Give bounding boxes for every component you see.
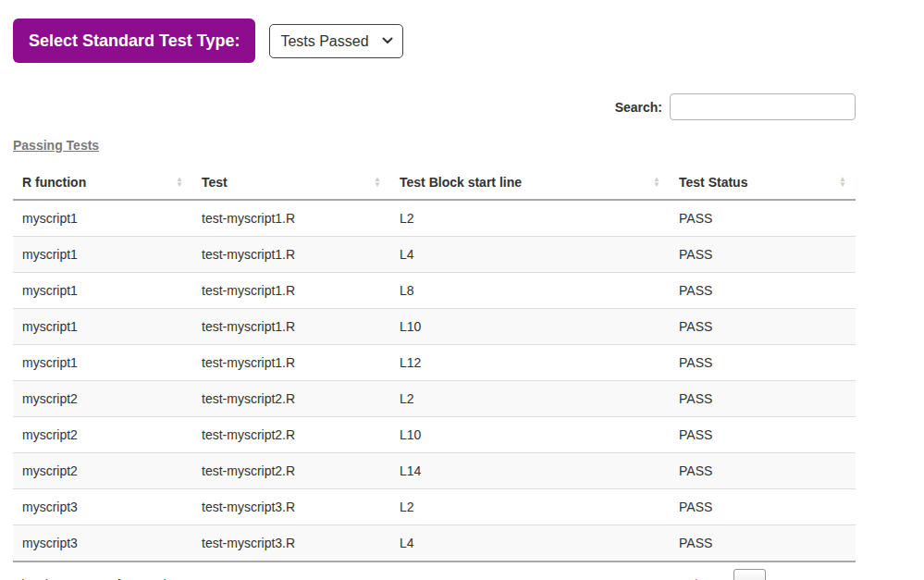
table-row: myscript2 test-myscript2.R L10 PASS (13, 417, 856, 453)
cell-test-status: PASS (670, 417, 856, 453)
cell-test-block-start-line: L4 (390, 525, 670, 562)
column-header-test-status[interactable]: Test Status ▲▼ (670, 166, 856, 200)
cell-r-function: myscript1 (13, 309, 192, 345)
column-header-test[interactable]: Test ▲▼ (192, 166, 390, 200)
table-header: R function ▲▼ Test ▲▼ Test Block start l… (13, 166, 856, 200)
pagination-page-1-button[interactable]: 1 (733, 569, 767, 580)
cell-test-block-start-line: L4 (390, 237, 670, 273)
cell-r-function: myscript1 (13, 345, 192, 381)
cell-test-block-start-line: L12 (390, 345, 670, 381)
column-header-label: R function (22, 175, 86, 190)
table-footer: Showing 1 to 10 of 11 entries Previous 1… (13, 569, 856, 580)
cell-test-block-start-line: L10 (390, 309, 670, 345)
cell-test-status: PASS (670, 200, 856, 237)
table-row: myscript1 test-myscript1.R L12 PASS (13, 345, 856, 381)
column-header-r-function[interactable]: R function ▲▼ (13, 166, 192, 200)
cell-test-status: PASS (670, 525, 856, 562)
table-row: myscript3 test-myscript3.R L4 PASS (13, 525, 856, 562)
cell-r-function: myscript1 (13, 237, 192, 273)
search-label: Search: (615, 100, 662, 115)
cell-test-block-start-line: L2 (390, 489, 670, 525)
column-header-label: Test Status (679, 175, 747, 190)
cell-test-status: PASS (670, 381, 856, 417)
table-row: myscript2 test-myscript2.R L2 PASS (13, 381, 856, 417)
column-header-test-block-start-line[interactable]: Test Block start line ▲▼ (390, 166, 670, 200)
cell-test-block-start-line: L2 (390, 381, 670, 417)
cell-test-status: PASS (670, 309, 856, 345)
cell-test: test-myscript1.R (192, 309, 390, 345)
table-row: myscript2 test-myscript2.R L14 PASS (13, 453, 856, 489)
cell-r-function: myscript2 (13, 453, 192, 489)
cell-test: test-myscript3.R (192, 525, 390, 562)
cell-r-function: myscript1 (13, 200, 192, 237)
cell-test-status: PASS (670, 273, 856, 309)
sort-icon: ▲▼ (839, 177, 846, 188)
column-header-label: Test Block start line (400, 175, 522, 190)
cell-r-function: myscript2 (13, 381, 192, 417)
cell-r-function: myscript2 (13, 417, 192, 453)
search-input[interactable] (670, 93, 856, 120)
table-body: myscript1 test-myscript1.R L2 PASS myscr… (13, 200, 856, 561)
page-container: Select Standard Test Type: Tests Passed … (13, 19, 856, 580)
sort-icon: ▲▼ (374, 177, 381, 188)
cell-test: test-myscript1.R (192, 237, 390, 273)
pagination: Previous 1 2 Next (653, 569, 856, 580)
cell-test: test-myscript1.R (192, 345, 390, 381)
cell-test: test-myscript1.R (192, 273, 390, 309)
cell-test: test-myscript1.R (192, 200, 390, 237)
sort-icon: ▲▼ (176, 177, 183, 188)
test-type-label: Select Standard Test Type: (13, 19, 255, 63)
table-row: myscript1 test-myscript1.R L8 PASS (13, 273, 856, 309)
table-row: myscript1 test-myscript1.R L2 PASS (13, 200, 856, 237)
cell-r-function: myscript3 (13, 489, 192, 525)
cell-test-block-start-line: L8 (390, 273, 670, 309)
cell-test-status: PASS (670, 453, 856, 489)
cell-test: test-myscript2.R (192, 417, 390, 453)
test-type-controls: Select Standard Test Type: Tests Passed (13, 19, 856, 63)
pagination-page-2-button[interactable]: 2 (768, 569, 801, 580)
table-header-row: R function ▲▼ Test ▲▼ Test Block start l… (13, 166, 856, 200)
table-row: myscript1 test-myscript1.R L4 PASS (13, 237, 856, 273)
passing-tests-link[interactable]: Passing Tests (13, 138, 99, 153)
cell-test-block-start-line: L2 (390, 200, 670, 237)
cell-test-status: PASS (670, 489, 856, 525)
cell-r-function: myscript3 (13, 525, 192, 562)
column-header-label: Test (202, 175, 228, 190)
cell-test: test-myscript2.R (192, 453, 390, 489)
cell-test-status: PASS (670, 237, 856, 273)
pagination-next-button[interactable]: Next (803, 569, 856, 580)
test-type-select[interactable]: Tests Passed (269, 24, 403, 58)
test-type-select-wrap: Tests Passed (269, 24, 403, 58)
cell-test-status: PASS (670, 345, 856, 381)
cell-test: test-myscript3.R (192, 489, 390, 525)
cell-test: test-myscript2.R (192, 381, 390, 417)
cell-r-function: myscript1 (13, 273, 192, 309)
pagination-previous-button[interactable]: Previous (655, 569, 731, 580)
tests-table: R function ▲▼ Test ▲▼ Test Block start l… (13, 166, 856, 562)
sort-icon: ▲▼ (653, 177, 660, 188)
table-row: myscript1 test-myscript1.R L10 PASS (13, 309, 856, 345)
cell-test-block-start-line: L14 (390, 453, 670, 489)
cell-test-block-start-line: L10 (390, 417, 670, 453)
table-row: myscript3 test-myscript3.R L2 PASS (13, 489, 856, 525)
search-bar: Search: (13, 93, 856, 120)
